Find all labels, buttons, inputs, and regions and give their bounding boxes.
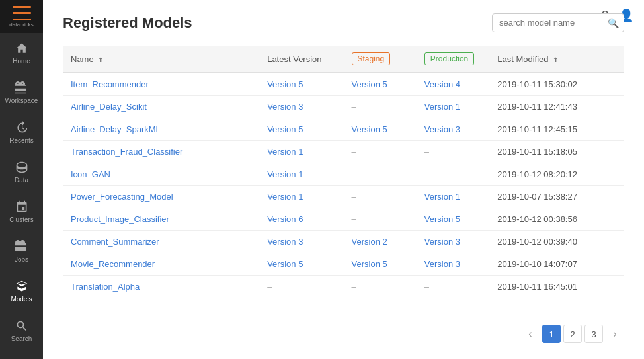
cell-staging: – [344,96,417,118]
table-row: Product_Image_ClassifierVersion 6–Versio… [63,208,624,231]
production-version-link[interactable]: Version 1 [424,102,460,112]
cell-production: Version 3 [417,118,489,141]
next-page-button[interactable]: › [606,325,624,343]
sidebar: databricks Home Workspace Recents Data C… [0,0,43,359]
cell-latest-version: Version 5 [259,73,343,96]
latest-version-link[interactable]: Version 3 [267,237,303,247]
sidebar-item-data[interactable]: Data [0,152,43,192]
latest-version-link[interactable]: Version 1 [267,169,303,179]
page-2-button[interactable]: 2 [563,325,582,343]
production-version-link[interactable]: Version 4 [424,79,460,89]
cell-name: Icon_GAN [63,163,259,186]
col-header-name[interactable]: Name ⬆ [63,46,259,73]
dash-value: – [424,282,429,292]
production-version-link[interactable]: Version 5 [424,214,460,224]
search-input-icon: 🔍 [608,18,619,28]
latest-version-link[interactable]: Version 5 [267,259,303,269]
sidebar-item-home[interactable]: Home [0,33,43,73]
dash-value: – [352,282,356,292]
model-name-link[interactable]: Icon_GAN [71,169,110,179]
table-row: Item_RecommenderVersion 5Version 5Versio… [63,73,624,96]
latest-version-link[interactable]: Version 1 [267,147,303,157]
table-row: Power_Forecasting_ModelVersion 1–Version… [63,186,624,208]
cell-last-modified: 2019-10-10 14:07:07 [489,253,624,276]
production-version-link[interactable]: Version 3 [424,237,460,247]
cell-staging: Version 5 [344,253,417,276]
cell-name: Product_Image_Classifier [63,208,259,231]
cell-latest-version: Version 5 [259,253,343,276]
cell-last-modified: 2019-10-11 12:41:43 [489,96,624,118]
staging-version-link[interactable]: Version 5 [352,259,387,269]
cell-latest-version: Version 3 [259,231,343,253]
cell-production: – [417,141,489,163]
dash-value: – [352,102,356,112]
table-row: Airline_Delay_ScikitVersion 3–Version 12… [63,96,624,118]
cell-last-modified: 2019-10-11 15:18:05 [489,141,624,163]
staging-badge: Staging [352,52,391,65]
jobs-icon [15,240,28,253]
production-version-link[interactable]: Version 3 [424,259,460,269]
data-icon [15,161,28,174]
cell-latest-version: – [259,276,343,298]
model-name-link[interactable]: Comment_Summarizer [71,237,159,247]
cell-name: Transaction_Fraud_Classifier [63,141,259,163]
model-name-link[interactable]: Product_Image_Classifier [71,214,169,224]
table-row: Airline_Delay_SparkMLVersion 5Version 5V… [63,118,624,141]
cell-production: Version 4 [417,73,489,96]
sidebar-item-recents[interactable]: Recents [0,112,43,152]
model-name-link[interactable]: Movie_Recommender [71,259,155,269]
page-header: Registered Models 🔍 [63,13,624,32]
col-header-latest-version: Latest Version [259,46,343,73]
latest-version-link[interactable]: Version 1 [267,192,303,202]
production-version-link[interactable]: Version 3 [424,124,460,134]
col-header-production: Production [417,46,489,73]
model-name-link[interactable]: Airline_Delay_SparkML [71,124,161,134]
dash-value: – [352,169,356,179]
cell-name: Translation_Alpha [63,276,259,298]
sidebar-item-clusters[interactable]: Clusters [0,192,43,231]
staging-version-link[interactable]: Version 5 [352,79,387,89]
page-1-button[interactable]: 1 [542,325,561,343]
prev-page-button[interactable]: ‹ [521,325,540,343]
cell-last-modified: 2019-10-07 15:38:27 [489,186,624,208]
sidebar-item-recents-label: Recents [9,137,34,144]
page-3-button[interactable]: 3 [584,325,603,343]
latest-version-link[interactable]: Version 5 [267,124,303,134]
model-search-box: 🔍 [492,13,624,32]
cell-production: Version 1 [417,96,489,118]
model-name-link[interactable]: Transaction_Fraud_Classifier [71,147,182,157]
sidebar-item-workspace[interactable]: Workspace [0,73,43,112]
page-title: Registered Models [63,15,192,32]
staging-version-link[interactable]: Version 5 [352,124,387,134]
sidebar-logo[interactable]: databricks [0,0,43,33]
sidebar-item-home-label: Home [13,58,30,65]
cell-name: Comment_Summarizer [63,231,259,253]
cell-production: Version 3 [417,231,489,253]
sidebar-item-search[interactable]: Search [0,311,43,350]
staging-version-link[interactable]: Version 2 [352,237,387,247]
home-icon [15,42,28,55]
sidebar-item-jobs[interactable]: Jobs [0,231,43,271]
app-name: databricks [9,22,33,28]
col-header-last-modified[interactable]: Last Modified ⬆ [489,46,624,73]
cell-last-modified: 2019-10-11 16:45:01 [489,276,624,298]
sidebar-item-clusters-label: Clusters [9,216,34,223]
model-name-link[interactable]: Airline_Delay_Scikit [71,102,147,112]
cell-name: Item_Recommender [63,73,259,96]
cell-staging: Version 2 [344,231,417,253]
cell-production: – [417,163,489,186]
sidebar-item-workspace-label: Workspace [5,97,38,104]
cell-name: Power_Forecasting_Model [63,186,259,208]
search-input[interactable] [492,13,624,32]
latest-version-link[interactable]: Version 6 [267,214,303,224]
production-version-link[interactable]: Version 1 [424,192,460,202]
sidebar-item-models[interactable]: Models [0,271,43,311]
model-name-link[interactable]: Power_Forecasting_Model [71,192,173,202]
model-name-link[interactable]: Item_Recommender [71,79,149,89]
model-name-link[interactable]: Translation_Alpha [71,282,140,292]
latest-version-link[interactable]: Version 5 [267,79,303,89]
latest-version-link[interactable]: Version 3 [267,102,303,112]
table-row: Movie_RecommenderVersion 5Version 5Versi… [63,253,624,276]
models-table: Name ⬆ Latest Version Staging Production… [63,46,624,298]
cell-name: Movie_Recommender [63,253,259,276]
